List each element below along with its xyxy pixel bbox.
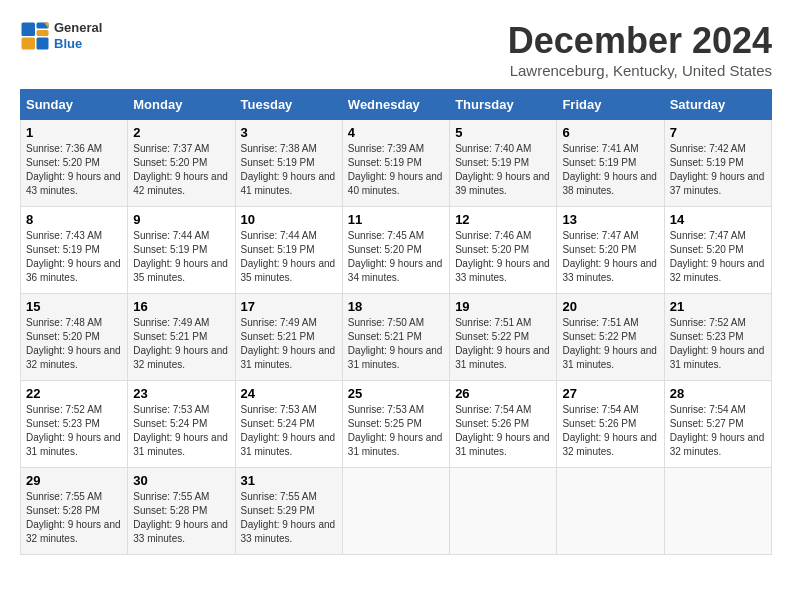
calendar-cell: [664, 468, 771, 555]
calendar-cell: 16 Sunrise: 7:49 AM Sunset: 5:21 PM Dayl…: [128, 294, 235, 381]
svg-rect-1: [22, 22, 36, 36]
calendar-cell: [342, 468, 449, 555]
day-number: 28: [670, 386, 766, 401]
calendar-week-row: 22 Sunrise: 7:52 AM Sunset: 5:23 PM Dayl…: [21, 381, 772, 468]
day-number: 24: [241, 386, 337, 401]
calendar-title: December 2024: [508, 20, 772, 62]
day-number: 31: [241, 473, 337, 488]
calendar-cell: 27 Sunrise: 7:54 AM Sunset: 5:26 PM Dayl…: [557, 381, 664, 468]
day-number: 22: [26, 386, 122, 401]
calendar-header-row: Sunday Monday Tuesday Wednesday Thursday…: [21, 90, 772, 120]
col-sunday: Sunday: [21, 90, 128, 120]
day-detail: Sunrise: 7:47 AM Sunset: 5:20 PM Dayligh…: [670, 229, 766, 285]
calendar-cell: 12 Sunrise: 7:46 AM Sunset: 5:20 PM Dayl…: [450, 207, 557, 294]
day-detail: Sunrise: 7:47 AM Sunset: 5:20 PM Dayligh…: [562, 229, 658, 285]
calendar-cell: 1 Sunrise: 7:36 AM Sunset: 5:20 PM Dayli…: [21, 120, 128, 207]
day-detail: Sunrise: 7:41 AM Sunset: 5:19 PM Dayligh…: [562, 142, 658, 198]
page-header: General Blue December 2024 Lawrenceburg,…: [20, 20, 772, 79]
day-number: 17: [241, 299, 337, 314]
calendar-cell: 31 Sunrise: 7:55 AM Sunset: 5:29 PM Dayl…: [235, 468, 342, 555]
day-detail: Sunrise: 7:49 AM Sunset: 5:21 PM Dayligh…: [241, 316, 337, 372]
calendar-cell: 29 Sunrise: 7:55 AM Sunset: 5:28 PM Dayl…: [21, 468, 128, 555]
col-saturday: Saturday: [664, 90, 771, 120]
calendar-cell: [557, 468, 664, 555]
svg-rect-3: [37, 30, 49, 36]
day-number: 9: [133, 212, 229, 227]
day-number: 27: [562, 386, 658, 401]
calendar-cell: 9 Sunrise: 7:44 AM Sunset: 5:19 PM Dayli…: [128, 207, 235, 294]
day-detail: Sunrise: 7:46 AM Sunset: 5:20 PM Dayligh…: [455, 229, 551, 285]
day-detail: Sunrise: 7:45 AM Sunset: 5:20 PM Dayligh…: [348, 229, 444, 285]
day-number: 3: [241, 125, 337, 140]
day-number: 16: [133, 299, 229, 314]
day-detail: Sunrise: 7:44 AM Sunset: 5:19 PM Dayligh…: [133, 229, 229, 285]
day-number: 18: [348, 299, 444, 314]
day-number: 4: [348, 125, 444, 140]
logo-icon: [20, 21, 50, 51]
day-number: 25: [348, 386, 444, 401]
day-detail: Sunrise: 7:55 AM Sunset: 5:28 PM Dayligh…: [26, 490, 122, 546]
calendar-cell: 24 Sunrise: 7:53 AM Sunset: 5:24 PM Dayl…: [235, 381, 342, 468]
day-number: 26: [455, 386, 551, 401]
calendar-week-row: 8 Sunrise: 7:43 AM Sunset: 5:19 PM Dayli…: [21, 207, 772, 294]
day-detail: Sunrise: 7:36 AM Sunset: 5:20 PM Dayligh…: [26, 142, 122, 198]
calendar-cell: 19 Sunrise: 7:51 AM Sunset: 5:22 PM Dayl…: [450, 294, 557, 381]
day-number: 30: [133, 473, 229, 488]
day-number: 10: [241, 212, 337, 227]
calendar-cell: 17 Sunrise: 7:49 AM Sunset: 5:21 PM Dayl…: [235, 294, 342, 381]
day-detail: Sunrise: 7:54 AM Sunset: 5:26 PM Dayligh…: [562, 403, 658, 459]
col-monday: Monday: [128, 90, 235, 120]
logo-text: General Blue: [54, 20, 102, 51]
day-number: 20: [562, 299, 658, 314]
day-number: 29: [26, 473, 122, 488]
svg-rect-5: [37, 37, 49, 49]
calendar-cell: 23 Sunrise: 7:53 AM Sunset: 5:24 PM Dayl…: [128, 381, 235, 468]
day-detail: Sunrise: 7:54 AM Sunset: 5:26 PM Dayligh…: [455, 403, 551, 459]
day-number: 1: [26, 125, 122, 140]
col-wednesday: Wednesday: [342, 90, 449, 120]
calendar-cell: 13 Sunrise: 7:47 AM Sunset: 5:20 PM Dayl…: [557, 207, 664, 294]
calendar-cell: 4 Sunrise: 7:39 AM Sunset: 5:19 PM Dayli…: [342, 120, 449, 207]
title-area: December 2024 Lawrenceburg, Kentucky, Un…: [508, 20, 772, 79]
day-number: 12: [455, 212, 551, 227]
calendar-week-row: 29 Sunrise: 7:55 AM Sunset: 5:28 PM Dayl…: [21, 468, 772, 555]
day-number: 21: [670, 299, 766, 314]
day-detail: Sunrise: 7:51 AM Sunset: 5:22 PM Dayligh…: [562, 316, 658, 372]
day-detail: Sunrise: 7:53 AM Sunset: 5:24 PM Dayligh…: [241, 403, 337, 459]
calendar-cell: 25 Sunrise: 7:53 AM Sunset: 5:25 PM Dayl…: [342, 381, 449, 468]
day-detail: Sunrise: 7:53 AM Sunset: 5:25 PM Dayligh…: [348, 403, 444, 459]
day-number: 8: [26, 212, 122, 227]
day-detail: Sunrise: 7:43 AM Sunset: 5:19 PM Dayligh…: [26, 229, 122, 285]
calendar-cell: 10 Sunrise: 7:44 AM Sunset: 5:19 PM Dayl…: [235, 207, 342, 294]
day-detail: Sunrise: 7:48 AM Sunset: 5:20 PM Dayligh…: [26, 316, 122, 372]
day-number: 14: [670, 212, 766, 227]
calendar-week-row: 1 Sunrise: 7:36 AM Sunset: 5:20 PM Dayli…: [21, 120, 772, 207]
calendar-cell: 28 Sunrise: 7:54 AM Sunset: 5:27 PM Dayl…: [664, 381, 771, 468]
day-number: 23: [133, 386, 229, 401]
calendar-cell: 11 Sunrise: 7:45 AM Sunset: 5:20 PM Dayl…: [342, 207, 449, 294]
day-detail: Sunrise: 7:40 AM Sunset: 5:19 PM Dayligh…: [455, 142, 551, 198]
day-detail: Sunrise: 7:53 AM Sunset: 5:24 PM Dayligh…: [133, 403, 229, 459]
day-number: 15: [26, 299, 122, 314]
day-detail: Sunrise: 7:54 AM Sunset: 5:27 PM Dayligh…: [670, 403, 766, 459]
day-detail: Sunrise: 7:55 AM Sunset: 5:29 PM Dayligh…: [241, 490, 337, 546]
day-number: 7: [670, 125, 766, 140]
day-number: 13: [562, 212, 658, 227]
col-thursday: Thursday: [450, 90, 557, 120]
calendar-cell: 7 Sunrise: 7:42 AM Sunset: 5:19 PM Dayli…: [664, 120, 771, 207]
calendar-cell: 6 Sunrise: 7:41 AM Sunset: 5:19 PM Dayli…: [557, 120, 664, 207]
calendar-week-row: 15 Sunrise: 7:48 AM Sunset: 5:20 PM Dayl…: [21, 294, 772, 381]
day-number: 2: [133, 125, 229, 140]
col-friday: Friday: [557, 90, 664, 120]
day-detail: Sunrise: 7:42 AM Sunset: 5:19 PM Dayligh…: [670, 142, 766, 198]
day-detail: Sunrise: 7:38 AM Sunset: 5:19 PM Dayligh…: [241, 142, 337, 198]
calendar-cell: 5 Sunrise: 7:40 AM Sunset: 5:19 PM Dayli…: [450, 120, 557, 207]
calendar-cell: 20 Sunrise: 7:51 AM Sunset: 5:22 PM Dayl…: [557, 294, 664, 381]
calendar-cell: 2 Sunrise: 7:37 AM Sunset: 5:20 PM Dayli…: [128, 120, 235, 207]
calendar-cell: 8 Sunrise: 7:43 AM Sunset: 5:19 PM Dayli…: [21, 207, 128, 294]
calendar-table: Sunday Monday Tuesday Wednesday Thursday…: [20, 89, 772, 555]
calendar-cell: 15 Sunrise: 7:48 AM Sunset: 5:20 PM Dayl…: [21, 294, 128, 381]
day-number: 6: [562, 125, 658, 140]
day-number: 19: [455, 299, 551, 314]
day-detail: Sunrise: 7:50 AM Sunset: 5:21 PM Dayligh…: [348, 316, 444, 372]
